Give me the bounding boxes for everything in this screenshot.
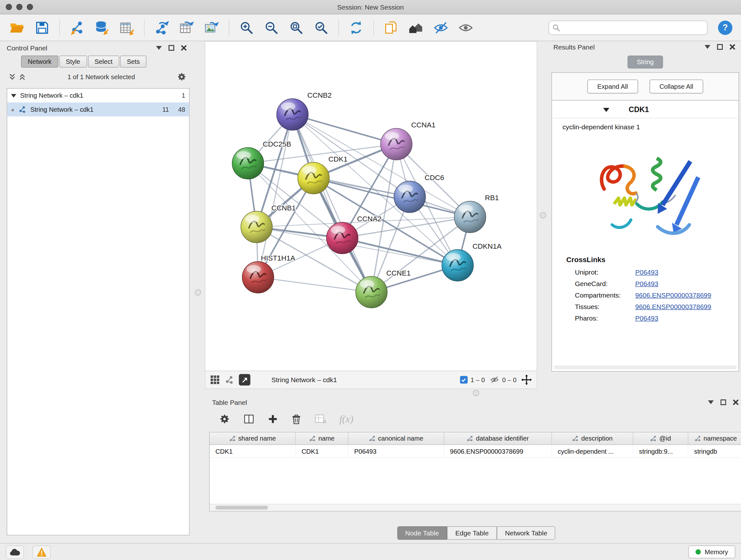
import-network-from-file-button[interactable] [67, 17, 88, 39]
help-button[interactable]: ? [718, 20, 732, 35]
tree-caret-icon[interactable] [11, 94, 17, 98]
scrollbar-thumb[interactable] [215, 506, 268, 509]
table-settings-gear-icon[interactable] [219, 414, 230, 425]
crosslink-compartments-link[interactable]: 9606.ENSP00000378699 [635, 291, 711, 299]
network-overview-button[interactable] [406, 17, 427, 39]
tab-edge-table[interactable]: Edge Table [447, 526, 497, 540]
zoom-in-button[interactable] [236, 17, 257, 39]
network-row[interactable]: ● String Network – cdk1 11 48 [7, 103, 189, 117]
function-builder-button[interactable]: f(x) [340, 413, 354, 425]
warning-button[interactable] [32, 545, 51, 559]
tab-network[interactable]: Network [21, 56, 58, 68]
crosslink-pharos-link[interactable]: P06493 [635, 314, 658, 322]
left-splitter-handle[interactable] [195, 289, 201, 296]
import-network-from-database-button[interactable] [91, 17, 113, 39]
table-row[interactable]: CDK1 CDK1 P06493 9606.ENSP00000378699 cy… [210, 445, 741, 458]
cell-canonical-name[interactable]: P06493 [348, 445, 444, 457]
cell-name[interactable]: CDK1 [296, 445, 348, 457]
results-close-button[interactable] [728, 43, 737, 51]
column-header-database-identifier[interactable]: database identifier [444, 433, 552, 445]
import-table-from-file-button[interactable] [117, 17, 138, 39]
delete-column-trash-icon[interactable] [291, 414, 302, 425]
zoom-window-button[interactable] [27, 4, 33, 10]
results-collapse-caret[interactable] [703, 43, 712, 51]
network-edge[interactable] [342, 238, 458, 266]
protein-section-caret[interactable] [603, 108, 610, 112]
network-edge[interactable] [258, 277, 372, 293]
cell-shared-name[interactable]: CDK1 [210, 445, 296, 457]
column-header-description[interactable]: description [552, 433, 633, 445]
apply-layout-button[interactable] [346, 17, 367, 39]
tab-select[interactable]: Select [88, 56, 119, 68]
bottom-splitter-handle[interactable] [473, 390, 479, 396]
expand-all-icon[interactable] [19, 73, 26, 80]
node-table: shared name name canonical name database… [209, 432, 741, 511]
show-all-button[interactable] [455, 17, 476, 39]
add-column-icon[interactable] [268, 414, 278, 424]
tab-string-results[interactable]: String [628, 56, 663, 69]
expand-all-button[interactable]: Expand All [587, 79, 638, 94]
column-header-namespace[interactable]: namespace [688, 433, 741, 445]
collapse-all-button[interactable]: Collapse All [650, 79, 703, 94]
tab-sets[interactable]: Sets [120, 56, 147, 68]
tab-node-table[interactable]: Node Table [397, 526, 447, 540]
zoom-fit-button[interactable] [286, 17, 307, 39]
column-header-name[interactable]: name [296, 433, 348, 445]
export-image-button[interactable] [201, 17, 222, 39]
zoom-out-button[interactable] [261, 17, 282, 39]
network-share-icon[interactable] [225, 375, 234, 385]
network-edge[interactable] [293, 115, 397, 144]
hidden-eye-icon[interactable] [489, 376, 499, 384]
show-columns-icon[interactable] [243, 414, 255, 425]
network-collection-row[interactable]: String Network – cdk1 1 [7, 89, 189, 103]
new-network-from-selection-button[interactable] [151, 17, 172, 39]
close-window-button[interactable] [6, 4, 12, 10]
collapse-all-icon[interactable] [9, 73, 16, 80]
table-float-button[interactable] [719, 398, 728, 407]
cell-database-identifier[interactable]: 9606.ENSP00000378699 [444, 445, 552, 457]
table-collapse-caret[interactable] [706, 398, 716, 407]
table-horizontal-scrollbar[interactable] [210, 504, 741, 511]
column-header-id[interactable]: @id [633, 433, 689, 445]
panel-float-button[interactable] [166, 44, 176, 52]
panel-close-button[interactable] [179, 44, 189, 52]
gear-icon[interactable] [177, 71, 187, 82]
tab-style[interactable]: Style [59, 56, 87, 68]
tab-network-table[interactable]: Network Table [497, 526, 556, 540]
crosslink-uniprot-link[interactable]: P06493 [635, 268, 658, 276]
detach-view-button[interactable] [239, 374, 251, 386]
documents-icon [384, 20, 398, 35]
delete-table-icon[interactable] [315, 414, 327, 424]
grid-view-icon[interactable] [210, 375, 220, 385]
memory-status-dot [696, 550, 701, 555]
crosslink-genecard-link[interactable]: P06493 [635, 280, 658, 287]
cloud-button[interactable] [6, 545, 24, 559]
search-input[interactable] [549, 20, 708, 35]
minimize-window-button[interactable] [16, 4, 23, 10]
panel-collapse-caret[interactable] [154, 44, 164, 52]
network-edge[interactable] [258, 115, 293, 277]
column-header-canonical-name[interactable]: canonical name [348, 433, 444, 445]
hide-selected-button[interactable] [430, 17, 452, 39]
network-edge[interactable] [293, 115, 372, 293]
refresh-icon [348, 20, 364, 35]
cell-description[interactable]: cyclin-dependent ... [552, 445, 633, 457]
right-splitter-handle[interactable] [540, 212, 546, 219]
results-scrollbar[interactable] [554, 366, 737, 369]
crosslink-tissues-link[interactable]: 9606.ENSP00000378699 [635, 303, 711, 310]
results-float-button[interactable] [715, 43, 725, 51]
network-canvas[interactable]: CCNB2CCNA1CDC25BCDK1CDC6RB1CCNB1CCNA2CDK… [205, 42, 537, 371]
save-session-button[interactable] [31, 17, 53, 39]
zoom-selected-button[interactable] [311, 17, 332, 39]
zoom-fit-icon [289, 20, 304, 35]
memory-button[interactable]: Memory [688, 546, 735, 559]
table-close-button[interactable] [731, 398, 741, 407]
cell-namespace[interactable]: stringdb [688, 445, 741, 457]
open-session-button[interactable] [7, 17, 28, 39]
cell-id[interactable]: stringdb:9... [633, 445, 689, 457]
pan-crosshair-icon[interactable] [522, 374, 532, 385]
copy-document-button[interactable] [381, 17, 402, 39]
column-header-shared-name[interactable]: shared name [210, 433, 296, 445]
selected-checkbox-icon[interactable] [460, 376, 468, 384]
export-table-button[interactable] [176, 17, 197, 39]
